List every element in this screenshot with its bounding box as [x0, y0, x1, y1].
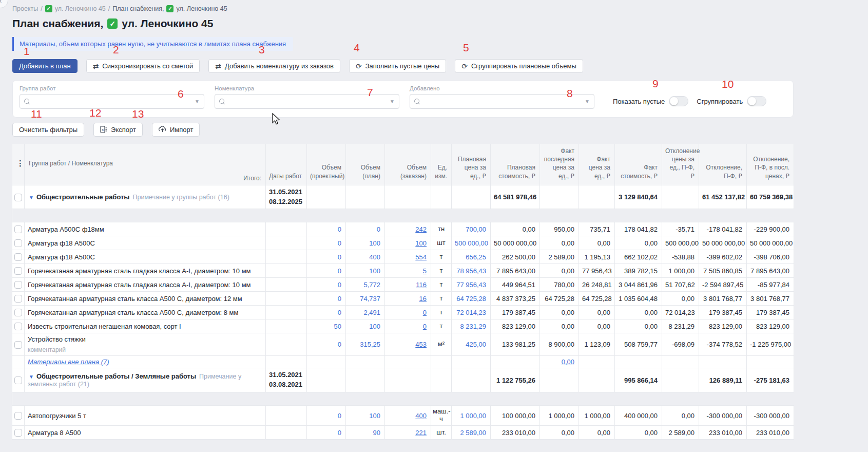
add-nomenclature-button[interactable]: ⇄ Добавить номенклатуру из заказов — [208, 59, 340, 73]
collapse-caret-icon[interactable]: ▼ — [29, 374, 34, 380]
ordered-volume-link[interactable]: 0 — [423, 323, 427, 330]
group-note[interactable]: Примечание у группы работ (16) — [132, 194, 229, 201]
fact-last-cell: 0,00 — [540, 319, 579, 333]
fact-price-cell: 1 195,13 — [579, 250, 615, 264]
column-header-name-label: Группа работ / Номенклатура — [29, 160, 113, 167]
fact-last-link[interactable]: 0,00 — [562, 358, 574, 366]
empty-cell — [385, 185, 431, 209]
row-checkbox[interactable] — [14, 341, 22, 349]
ordered-volume-link[interactable]: 554 — [415, 253, 427, 261]
column-menu-icon[interactable]: ⋮ — [12, 144, 25, 185]
fact-last-cell: 0,00 — [540, 236, 579, 250]
chevron-down-icon[interactable]: ▼ — [585, 99, 590, 104]
dates-cell — [266, 292, 307, 306]
annotation-7: 7 — [367, 86, 373, 99]
show-empty-toggle[interactable] — [669, 96, 688, 106]
column-header-dev-last: Отклонение, П-Ф, в посл. ценах, ₽ — [747, 144, 794, 185]
chevron-down-icon[interactable]: ▼ — [195, 99, 200, 104]
plan-cost-cell: 133 981,25 — [491, 333, 540, 356]
item-name: Арматура 8 А500 — [28, 429, 261, 437]
checkbox-cell — [12, 278, 25, 292]
fact-cost-cell: 0,00 — [615, 236, 662, 250]
item-name: Арматура ф18 А500С — [28, 253, 261, 261]
row-checkbox[interactable] — [14, 295, 22, 303]
row-checkbox[interactable] — [14, 376, 22, 384]
clear-filters-button[interactable]: Очистить фильтры — [12, 123, 84, 137]
group-fact_price-cell — [579, 185, 615, 209]
work-group-select[interactable]: ▼ — [20, 94, 204, 109]
item-name-cell: Горячекатаная арматурная сталь гладкая к… — [25, 278, 266, 292]
group-plan-volumes-button[interactable]: ⟳ Сгруппировать плановые объемы — [455, 59, 583, 73]
vol-ordered-cell: 0 — [385, 306, 431, 319]
column-header-vol-proj: Объем (проектный) — [307, 144, 346, 185]
ordered-volume-link[interactable]: 0 — [423, 309, 427, 316]
ordered-volume-link[interactable]: 16 — [419, 295, 427, 303]
group-toggle[interactable] — [747, 96, 766, 106]
unit-cell: т — [431, 264, 452, 278]
row-checkbox[interactable] — [14, 225, 22, 233]
ordered-volume-link[interactable]: 453 — [415, 341, 427, 348]
chevron-down-icon[interactable]: ▼ — [390, 99, 395, 104]
breadcrumb-projects[interactable]: Проекты — [12, 5, 38, 12]
ordered-volume-link[interactable]: 100 — [415, 239, 427, 247]
column-header-fact-last: Факт последняя цена за ед., ₽ — [540, 144, 579, 185]
dev-last-cell: -398 706,00 — [747, 250, 794, 264]
row-checkbox[interactable] — [14, 253, 22, 261]
ordered-volume-link[interactable]: 242 — [415, 225, 427, 233]
search-icon — [24, 99, 30, 105]
row-checkbox[interactable] — [14, 267, 22, 275]
export-label: Экспорт — [111, 126, 136, 134]
collapse-caret-icon[interactable]: ▼ — [29, 195, 34, 200]
annotation-1: 1 — [24, 45, 30, 58]
empty-cell — [431, 185, 452, 209]
dates-cell: 31.05.202103.08.2021 — [266, 368, 307, 392]
row-checkbox[interactable] — [14, 323, 22, 330]
secondary-actions: Очистить фильтры x Экспорт Импорт — [12, 123, 868, 137]
ordered-volume-link[interactable]: 221 — [415, 429, 427, 437]
import-button[interactable]: Импорт — [152, 123, 200, 137]
checkbox-cell — [12, 185, 25, 209]
excel-export-icon: x — [100, 126, 107, 134]
svg-text:x: x — [102, 127, 104, 132]
vol-ordered-cell: 100 — [385, 236, 431, 250]
item-name-cell: Устройство стяжкикомментарий — [25, 333, 266, 356]
export-button[interactable]: x Экспорт — [93, 123, 143, 137]
show-empty-label: Показать пустые — [613, 98, 665, 105]
row-checkbox[interactable] — [14, 412, 22, 420]
row-checkbox[interactable] — [14, 429, 22, 437]
row-checkbox[interactable] — [14, 194, 22, 201]
fill-empty-prices-button[interactable]: ⟳ Заполнить пустые цены — [349, 59, 446, 73]
ordered-volume-link[interactable]: 5 — [423, 267, 427, 275]
annotation-9: 9 — [652, 78, 659, 90]
vol-proj-cell: 0 — [307, 278, 346, 292]
row-checkbox[interactable] — [14, 239, 22, 247]
materials-outside-plan-link[interactable]: Материалы вне плана (7) — [28, 358, 109, 366]
vol-proj-cell: 0 — [307, 333, 346, 356]
ordered-volume-link[interactable]: 116 — [416, 281, 427, 289]
dates-cell — [266, 250, 307, 264]
refresh-icon: ⟳ — [461, 63, 468, 70]
item-name-cell: Горячекатаная арматурная сталь гладкая к… — [25, 264, 266, 278]
sync-estimate-button[interactable]: ⇄ Синхронизировать со сметой — [86, 59, 200, 73]
group-plan_cost-cell: 64 581 978,46 — [491, 185, 540, 209]
breadcrumb-project[interactable]: ул. Леночкино 45 — [55, 5, 106, 12]
plan-price-cell: 72 014,23 — [452, 306, 491, 319]
vol-proj-cell: 0 — [307, 406, 346, 426]
fact-cost-cell: 508 759,77 — [615, 333, 662, 356]
row-checkbox[interactable] — [14, 309, 22, 316]
row-checkbox[interactable] — [14, 281, 22, 289]
empty-cell — [385, 356, 431, 368]
item-name: Устройство стяжки — [28, 335, 261, 343]
vol-ordered-cell: 400 — [385, 406, 431, 426]
add-to-plan-button[interactable]: Добавить в план — [12, 59, 78, 73]
annotation-5: 5 — [463, 42, 469, 54]
group-fact_last-cell — [540, 368, 579, 392]
work-date: 03.08.2021 — [269, 380, 302, 390]
empty-cell — [266, 356, 307, 368]
column-header-plan-price: Плановая цена за ед., ₽ — [452, 144, 491, 185]
item-name: Горячекатанная арматурная сталь класса А… — [28, 309, 261, 316]
group-row: ▼Общестроительные работы / Земляные рабо… — [12, 368, 794, 392]
dev-last-cell: -300 000,00 — [747, 406, 794, 426]
annotation-2: 2 — [113, 44, 119, 56]
ordered-volume-link[interactable]: 400 — [415, 412, 427, 420]
